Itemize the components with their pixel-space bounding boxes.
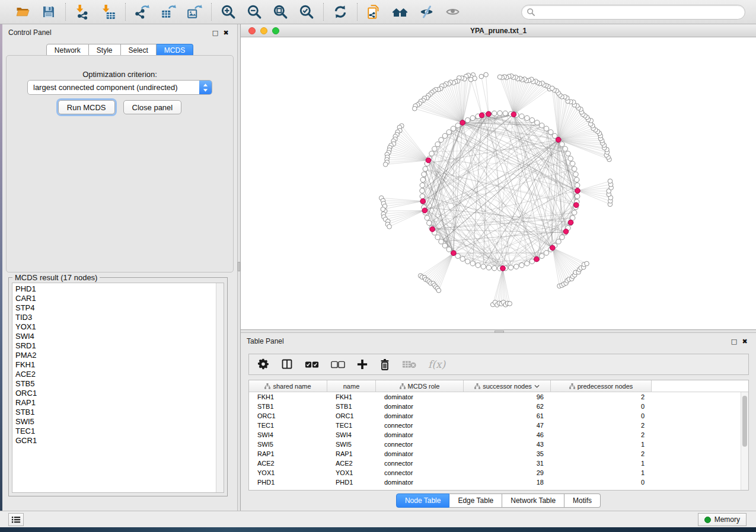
- duplicate-network-icon[interactable]: [365, 4, 383, 20]
- table-cell: RAP1: [327, 450, 376, 457]
- network-view[interactable]: [241, 37, 756, 329]
- status-bar: Memory: [0, 511, 756, 527]
- mcds-result-item[interactable]: PHD1: [15, 284, 224, 294]
- table-header-row: shared namenameMCDS rolesuccessor nodesp…: [249, 380, 748, 392]
- table-cell: 0: [551, 403, 652, 410]
- import-table-icon[interactable]: [100, 4, 117, 20]
- zoom-out-icon[interactable]: [245, 4, 263, 20]
- column-header-MCDS-role[interactable]: MCDS role: [376, 380, 464, 392]
- export-network-icon[interactable]: [133, 4, 151, 20]
- mcds-result-item[interactable]: GCR1: [15, 436, 224, 446]
- mcds-result-item[interactable]: ORC1: [15, 389, 224, 398]
- deselect-all-icon[interactable]: [331, 357, 345, 371]
- mcds-result-item[interactable]: SRD1: [15, 341, 224, 351]
- table-cell: dominator: [376, 393, 464, 400]
- mcds-result-item[interactable]: STB5: [15, 379, 224, 389]
- mcds-result-item[interactable]: FKH1: [15, 360, 224, 370]
- mcds-result-item[interactable]: STP4: [15, 303, 224, 313]
- table-cell: STB1: [327, 403, 376, 410]
- gear-icon[interactable]: [257, 357, 269, 371]
- table-row[interactable]: ACE2ACE2connector311: [249, 459, 741, 468]
- tab-node-table[interactable]: Node Table: [396, 493, 450, 508]
- control-panel-title: Control Panel: [8, 28, 52, 37]
- table-cell: 43: [464, 441, 551, 448]
- run-mcds-button[interactable]: Run MCDS: [58, 100, 115, 114]
- table-cell: dominator: [376, 450, 464, 457]
- search-input[interactable]: [535, 8, 740, 17]
- mcds-result-item[interactable]: SWI4: [15, 332, 224, 341]
- mcds-result-item[interactable]: TEC1: [15, 427, 224, 436]
- table-cell: 2: [551, 393, 652, 400]
- network-canvas-svg: [241, 37, 756, 329]
- mcds-result-item[interactable]: RAP1: [15, 398, 224, 408]
- table-panel-title: Table Panel: [247, 337, 284, 345]
- table-row[interactable]: YOX1YOX1connector291: [249, 468, 741, 477]
- delete-table-icon: [402, 357, 416, 371]
- table-row[interactable]: SWI4SWI4dominator462: [249, 430, 741, 440]
- first-neighbors-icon[interactable]: [391, 4, 409, 20]
- open-icon[interactable]: [14, 4, 31, 20]
- column-header-shared-name[interactable]: shared name: [249, 380, 327, 392]
- close-panel-button[interactable]: Close panel: [123, 100, 182, 114]
- zoom-fit-icon[interactable]: [272, 4, 289, 20]
- table-cell: ORC1: [327, 412, 376, 419]
- mcds-result-item[interactable]: YOX1: [15, 322, 224, 332]
- zoom-in-icon[interactable]: [219, 4, 237, 20]
- add-column-icon[interactable]: [357, 357, 368, 371]
- table-cell: SWI4: [249, 431, 327, 438]
- mcds-result-title: MCDS result (17 nodes): [12, 273, 100, 282]
- search-field[interactable]: [521, 5, 745, 20]
- table-cell: 0: [551, 479, 652, 486]
- table-cell: 31: [464, 460, 551, 467]
- table-scrollbar[interactable]: [741, 392, 748, 490]
- column-header-name[interactable]: name: [327, 380, 376, 392]
- mcds-result-item[interactable]: PMA2: [15, 351, 224, 360]
- mcds-result-item[interactable]: CAR1: [15, 294, 224, 303]
- table-cell: ORC1: [249, 412, 327, 419]
- refresh-icon[interactable]: [331, 4, 349, 20]
- float-panel-icon[interactable]: □: [729, 338, 739, 345]
- tab-network-table[interactable]: Network Table: [502, 493, 564, 508]
- mcds-result-item[interactable]: SWI5: [15, 417, 224, 427]
- save-icon[interactable]: [40, 4, 58, 20]
- float-panel-icon[interactable]: □: [210, 29, 221, 37]
- table-cell: ACE2: [327, 460, 376, 467]
- split-columns-icon[interactable]: [281, 357, 293, 371]
- export-image-icon[interactable]: [186, 4, 203, 20]
- application-window: Control Panel □ ✖ NetworkStyleSelectMCDS…: [0, 0, 756, 532]
- vertical-splitter-handle[interactable]: [238, 262, 240, 271]
- mcds-result-item[interactable]: TID3: [15, 313, 224, 322]
- import-network-icon[interactable]: [74, 4, 91, 20]
- mcds-result-item[interactable]: ACE2: [15, 370, 224, 379]
- export-table-icon[interactable]: [160, 4, 177, 20]
- table-row[interactable]: PHD1PHD1dominator180: [249, 477, 741, 487]
- show-panels-list-button[interactable]: [8, 513, 24, 526]
- select-all-icon[interactable]: [305, 357, 319, 371]
- delete-icon[interactable]: [379, 357, 390, 371]
- table-cell: dominator: [376, 403, 464, 410]
- close-panel-icon[interactable]: ✖: [221, 29, 231, 37]
- tab-motifs[interactable]: Motifs: [564, 493, 601, 508]
- memory-button[interactable]: Memory: [698, 513, 747, 526]
- table-cell: FKH1: [249, 393, 327, 400]
- table-row[interactable]: SWI5SWI5connector431: [249, 440, 741, 449]
- table-scrollbar-thumb[interactable]: [742, 396, 747, 447]
- column-header-predecessor-nodes[interactable]: predecessor nodes: [551, 380, 652, 392]
- hide-selected-icon[interactable]: [417, 4, 435, 20]
- column-header-successor-nodes[interactable]: successor nodes: [464, 380, 551, 392]
- close-panel-icon[interactable]: ✖: [739, 338, 750, 345]
- table-row[interactable]: FKH1FKH1dominator962: [249, 392, 741, 402]
- network-window-titlebar[interactable]: YPA_prune.txt_1: [241, 24, 756, 37]
- mcds-list-scrollbar[interactable]: [216, 283, 224, 492]
- table-row[interactable]: STB1STB1dominator620: [249, 402, 741, 411]
- table-row[interactable]: ORC1ORC1dominator610: [249, 411, 741, 421]
- mcds-result-item[interactable]: STB1: [15, 408, 224, 417]
- table-row[interactable]: RAP1RAP1dominator352: [249, 449, 741, 459]
- table-row[interactable]: TEC1TEC1connector472: [249, 421, 741, 430]
- attribute-icon: [400, 383, 406, 389]
- zoom-selected-icon[interactable]: [298, 4, 315, 20]
- tab-edge-table[interactable]: Edge Table: [449, 493, 502, 508]
- memory-status-icon: [704, 517, 711, 523]
- criterion-dropdown[interactable]: largest connected component (undirected): [27, 80, 212, 95]
- mcds-tab-content: Optimization criterion: largest connecte…: [6, 55, 234, 273]
